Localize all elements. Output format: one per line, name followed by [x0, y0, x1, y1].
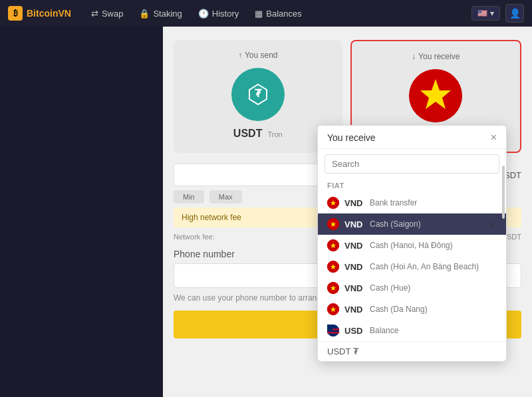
receive-arrow-icon: ↓: [412, 52, 416, 61]
nav-links: ⇄ Swap 🔒 Staking 🕐 History ▦ Balances: [84, 6, 309, 21]
max-button[interactable]: Max: [209, 190, 242, 203]
bottom-currency-symbol: ₮: [353, 346, 358, 356]
user-icon: 👤: [509, 8, 521, 19]
vn-flag-svg: [409, 69, 462, 122]
flag-dropdown-arrow: ▾: [490, 9, 494, 18]
svg-text:₮: ₮: [255, 88, 262, 99]
nav-staking-label: Staking: [153, 9, 182, 19]
svg-rect-18: [327, 332, 339, 334]
item-currency: VND: [344, 198, 364, 208]
nav-swap[interactable]: ⇄ Swap: [84, 6, 130, 21]
vnd-flag-icon: [327, 282, 339, 294]
balances-icon: ▦: [255, 9, 263, 19]
navbar: ₿ BitcoinVN ⇄ Swap 🔒 Staking 🕐 History ▦…: [0, 0, 532, 27]
dropdown-search-input[interactable]: [325, 154, 499, 174]
dropdown-scrollbar[interactable]: [502, 166, 505, 219]
vnd-flag-icon: [327, 303, 339, 315]
logo-icon: ₿: [8, 6, 23, 21]
network-fee-label: Network fee:: [174, 233, 215, 241]
user-button[interactable]: 👤: [505, 4, 524, 23]
nav-history[interactable]: 🕐 History: [192, 6, 245, 21]
warning-text: High network fee: [182, 213, 241, 222]
nav-balances[interactable]: ▦ Balances: [248, 6, 308, 21]
tether-logo-svg: ₮: [241, 78, 275, 111]
item-detail: Cash (Hue): [370, 283, 410, 293]
nav-history-label: History: [212, 9, 239, 19]
vnd-icon-circle: [409, 69, 462, 122]
list-item[interactable]: VND Cash (Da Nang): [318, 299, 506, 320]
usd-flag-icon: [327, 325, 339, 336]
history-icon: 🕐: [198, 9, 209, 19]
usdt-icon-circle: ₮: [231, 68, 285, 121]
item-currency: VND: [344, 283, 364, 293]
item-currency: VND: [344, 241, 364, 251]
nav-balances-label: Balances: [266, 9, 301, 19]
item-currency: VND: [344, 219, 364, 229]
nav-swap-label: Swap: [102, 9, 124, 19]
list-item[interactable]: VND Cash (Hue): [318, 277, 506, 299]
dropdown-bottom-section: USDT ₮: [318, 341, 506, 361]
min-button[interactable]: Min: [174, 190, 204, 203]
dropdown-close-button[interactable]: ×: [491, 132, 497, 143]
send-currency: USDT: [233, 128, 263, 140]
svg-rect-19: [327, 325, 332, 331]
item-detail: Cash (Saigon): [370, 219, 421, 229]
item-currency: USD: [344, 326, 364, 336]
item-detail: Cash (Da Nang): [370, 305, 428, 314]
staking-icon: 🔒: [139, 9, 150, 19]
swap-icon: ⇄: [91, 9, 98, 19]
main-content: ↑ You send ₮ USDT Tron ↓: [0, 27, 532, 397]
vnd-flag-icon: [327, 239, 339, 251]
vnd-flag-icon: [327, 197, 339, 209]
check-icon: ✓: [489, 219, 497, 229]
logo-text: BitcoinVN: [27, 8, 71, 19]
bottom-currency: USDT: [327, 346, 350, 356]
us-flag-icon: 🇺🇸: [477, 9, 487, 18]
item-currency: VND: [344, 262, 364, 272]
item-currency: VND: [344, 305, 364, 315]
list-item[interactable]: USD Balance: [318, 320, 506, 341]
list-item[interactable]: VND Bank transfer: [318, 192, 506, 213]
item-detail: Cash (Hanoi, Hà Đông): [370, 241, 453, 250]
dropdown-panel: You receive × Fiat VND Bank transfer VND…: [317, 125, 507, 362]
list-item[interactable]: VND Cash (Hanoi, Hà Đông): [318, 235, 506, 256]
send-arrow-icon: ↑: [238, 51, 242, 60]
send-network: Tron: [267, 130, 282, 138]
list-item[interactable]: VND Cash (Hoi An, An Bàng Beach): [318, 256, 506, 277]
logo[interactable]: ₿ BitcoinVN: [8, 6, 71, 21]
vnd-flag-icon: [327, 218, 339, 230]
item-detail: Bank transfer: [370, 198, 417, 207]
nav-right: 🇺🇸 ▾ 👤: [471, 4, 524, 23]
item-detail: Balance: [370, 326, 398, 335]
dropdown-section-fiat: Fiat: [318, 179, 506, 192]
item-detail: Cash (Hoi An, An Bàng Beach): [370, 262, 479, 271]
left-panel: [0, 27, 163, 397]
send-label: ↑ You send: [238, 51, 278, 60]
language-selector[interactable]: 🇺🇸 ▾: [471, 6, 500, 21]
vnd-flag-icon: [327, 261, 339, 273]
dropdown-title: You receive: [327, 132, 376, 143]
receive-label: ↓ You receive: [412, 52, 460, 61]
center-panel: ↑ You send ₮ USDT Tron ↓: [163, 27, 532, 397]
dropdown-header: You receive ×: [318, 126, 506, 149]
nav-staking[interactable]: 🔒 Staking: [132, 6, 188, 21]
list-item[interactable]: VND Cash (Saigon) ✓: [318, 213, 506, 235]
